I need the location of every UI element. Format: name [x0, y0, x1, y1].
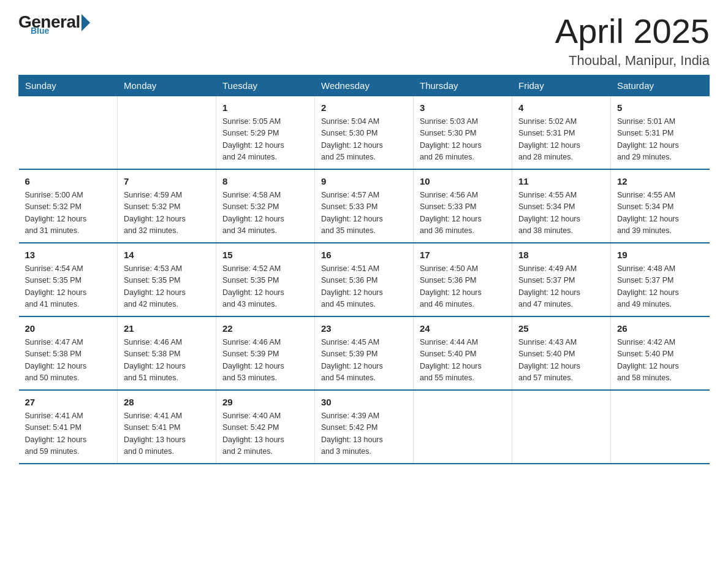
day-info: Sunrise: 4:59 AM Sunset: 5:32 PM Dayligh… [124, 190, 210, 237]
week-row-2: 6Sunrise: 5:00 AM Sunset: 5:32 PM Daylig… [19, 169, 710, 243]
day-number: 12 [617, 175, 703, 189]
day-info: Sunrise: 4:41 AM Sunset: 5:41 PM Dayligh… [124, 410, 210, 458]
calendar-cell: 1Sunrise: 5:05 AM Sunset: 5:29 PM Daylig… [216, 96, 315, 169]
day-number: 20 [25, 322, 112, 336]
calendar-cell: 29Sunrise: 4:40 AM Sunset: 5:42 PM Dayli… [216, 390, 315, 464]
calendar-cell: 20Sunrise: 4:47 AM Sunset: 5:38 PM Dayli… [19, 316, 118, 390]
day-number: 29 [222, 396, 308, 410]
day-info: Sunrise: 5:02 AM Sunset: 5:31 PM Dayligh… [518, 116, 604, 164]
day-number: 22 [222, 322, 308, 336]
calendar-cell: 22Sunrise: 4:46 AM Sunset: 5:39 PM Dayli… [216, 316, 315, 390]
week-row-3: 13Sunrise: 4:54 AM Sunset: 5:35 PM Dayli… [19, 243, 710, 316]
calendar-cell: 19Sunrise: 4:48 AM Sunset: 5:37 PM Dayli… [611, 243, 710, 316]
day-info: Sunrise: 5:05 AM Sunset: 5:29 PM Dayligh… [222, 116, 308, 164]
day-info: Sunrise: 4:40 AM Sunset: 5:42 PM Dayligh… [222, 410, 308, 458]
day-info: Sunrise: 4:43 AM Sunset: 5:40 PM Dayligh… [518, 337, 604, 385]
title-block: April 2025 Thoubal, Manipur, India [555, 12, 710, 69]
day-info: Sunrise: 4:45 AM Sunset: 5:39 PM Dayligh… [321, 337, 407, 385]
day-number: 25 [518, 322, 604, 336]
calendar-cell: 24Sunrise: 4:44 AM Sunset: 5:40 PM Dayli… [414, 316, 512, 390]
day-number: 28 [124, 396, 210, 410]
day-info: Sunrise: 4:39 AM Sunset: 5:42 PM Dayligh… [321, 410, 407, 458]
day-info: Sunrise: 4:41 AM Sunset: 5:41 PM Dayligh… [25, 410, 112, 458]
calendar-cell [118, 96, 216, 169]
day-info: Sunrise: 4:55 AM Sunset: 5:34 PM Dayligh… [617, 190, 703, 237]
day-number: 8 [222, 175, 308, 189]
main-title: April 2025 [555, 12, 710, 50]
column-header-friday: Friday [512, 75, 611, 96]
day-number: 16 [321, 248, 407, 262]
day-number: 21 [124, 322, 210, 336]
day-number: 27 [25, 396, 112, 410]
calendar-cell: 26Sunrise: 4:42 AM Sunset: 5:40 PM Dayli… [611, 316, 710, 390]
day-number: 7 [124, 175, 210, 189]
subtitle: Thoubal, Manipur, India [555, 53, 710, 69]
logo-triangle-icon [82, 14, 90, 31]
calendar-cell: 23Sunrise: 4:45 AM Sunset: 5:39 PM Dayli… [315, 316, 414, 390]
day-number: 11 [518, 175, 604, 189]
calendar-cell: 11Sunrise: 4:55 AM Sunset: 5:34 PM Dayli… [512, 169, 611, 243]
day-number: 4 [518, 101, 604, 115]
day-info: Sunrise: 4:47 AM Sunset: 5:38 PM Dayligh… [25, 337, 112, 385]
day-number: 24 [420, 322, 506, 336]
calendar-cell: 9Sunrise: 4:57 AM Sunset: 5:33 PM Daylig… [315, 169, 414, 243]
day-number: 17 [420, 248, 506, 262]
column-header-monday: Monday [118, 75, 216, 96]
day-info: Sunrise: 4:46 AM Sunset: 5:38 PM Dayligh… [124, 337, 210, 385]
day-info: Sunrise: 4:49 AM Sunset: 5:37 PM Dayligh… [518, 263, 604, 311]
day-info: Sunrise: 5:00 AM Sunset: 5:32 PM Dayligh… [25, 190, 112, 237]
calendar-cell: 25Sunrise: 4:43 AM Sunset: 5:40 PM Dayli… [512, 316, 611, 390]
day-info: Sunrise: 4:55 AM Sunset: 5:34 PM Dayligh… [518, 190, 604, 237]
day-number: 14 [124, 248, 210, 262]
day-info: Sunrise: 4:51 AM Sunset: 5:36 PM Dayligh… [321, 263, 407, 311]
day-info: Sunrise: 4:53 AM Sunset: 5:35 PM Dayligh… [124, 263, 210, 311]
day-info: Sunrise: 5:03 AM Sunset: 5:30 PM Dayligh… [420, 116, 506, 164]
day-info: Sunrise: 4:48 AM Sunset: 5:37 PM Dayligh… [617, 263, 703, 311]
calendar-cell [512, 390, 611, 464]
day-number: 10 [420, 175, 506, 189]
day-number: 6 [25, 175, 112, 189]
calendar-cell: 27Sunrise: 4:41 AM Sunset: 5:41 PM Dayli… [19, 390, 118, 464]
day-number: 18 [518, 248, 604, 262]
day-info: Sunrise: 4:57 AM Sunset: 5:33 PM Dayligh… [321, 190, 407, 237]
calendar-cell: 4Sunrise: 5:02 AM Sunset: 5:31 PM Daylig… [512, 96, 611, 169]
calendar-cell: 7Sunrise: 4:59 AM Sunset: 5:32 PM Daylig… [118, 169, 216, 243]
logo: General Blue [18, 12, 90, 36]
day-info: Sunrise: 4:52 AM Sunset: 5:35 PM Dayligh… [222, 263, 308, 311]
calendar-cell: 18Sunrise: 4:49 AM Sunset: 5:37 PM Dayli… [512, 243, 611, 316]
day-number: 1 [222, 101, 308, 115]
day-number: 3 [420, 101, 506, 115]
column-header-thursday: Thursday [414, 75, 512, 96]
calendar-cell: 6Sunrise: 5:00 AM Sunset: 5:32 PM Daylig… [19, 169, 118, 243]
day-number: 13 [25, 248, 112, 262]
calendar-cell: 17Sunrise: 4:50 AM Sunset: 5:36 PM Dayli… [414, 243, 512, 316]
calendar-cell: 15Sunrise: 4:52 AM Sunset: 5:35 PM Dayli… [216, 243, 315, 316]
day-info: Sunrise: 5:01 AM Sunset: 5:31 PM Dayligh… [617, 116, 703, 164]
day-number: 26 [617, 322, 703, 336]
column-header-sunday: Sunday [19, 75, 118, 96]
day-info: Sunrise: 4:58 AM Sunset: 5:32 PM Dayligh… [222, 190, 308, 237]
day-number: 9 [321, 175, 407, 189]
column-header-tuesday: Tuesday [216, 75, 315, 96]
calendar-cell: 5Sunrise: 5:01 AM Sunset: 5:31 PM Daylig… [611, 96, 710, 169]
day-info: Sunrise: 4:46 AM Sunset: 5:39 PM Dayligh… [222, 337, 308, 385]
day-number: 2 [321, 101, 407, 115]
day-number: 19 [617, 248, 703, 262]
day-number: 23 [321, 322, 407, 336]
calendar-cell: 14Sunrise: 4:53 AM Sunset: 5:35 PM Dayli… [118, 243, 216, 316]
week-row-4: 20Sunrise: 4:47 AM Sunset: 5:38 PM Dayli… [19, 316, 710, 390]
day-info: Sunrise: 4:56 AM Sunset: 5:33 PM Dayligh… [420, 190, 506, 237]
column-header-saturday: Saturday [611, 75, 710, 96]
calendar-cell: 13Sunrise: 4:54 AM Sunset: 5:35 PM Dayli… [19, 243, 118, 316]
logo-blue-text: Blue [31, 26, 49, 36]
column-header-wednesday: Wednesday [315, 75, 414, 96]
week-row-5: 27Sunrise: 4:41 AM Sunset: 5:41 PM Dayli… [19, 390, 710, 464]
calendar-cell [611, 390, 710, 464]
calendar-cell: 12Sunrise: 4:55 AM Sunset: 5:34 PM Dayli… [611, 169, 710, 243]
day-info: Sunrise: 4:50 AM Sunset: 5:36 PM Dayligh… [420, 263, 506, 311]
calendar-cell: 2Sunrise: 5:04 AM Sunset: 5:30 PM Daylig… [315, 96, 414, 169]
day-info: Sunrise: 4:44 AM Sunset: 5:40 PM Dayligh… [420, 337, 506, 385]
week-row-1: 1Sunrise: 5:05 AM Sunset: 5:29 PM Daylig… [19, 96, 710, 169]
calendar-cell: 10Sunrise: 4:56 AM Sunset: 5:33 PM Dayli… [414, 169, 512, 243]
calendar-cell: 8Sunrise: 4:58 AM Sunset: 5:32 PM Daylig… [216, 169, 315, 243]
